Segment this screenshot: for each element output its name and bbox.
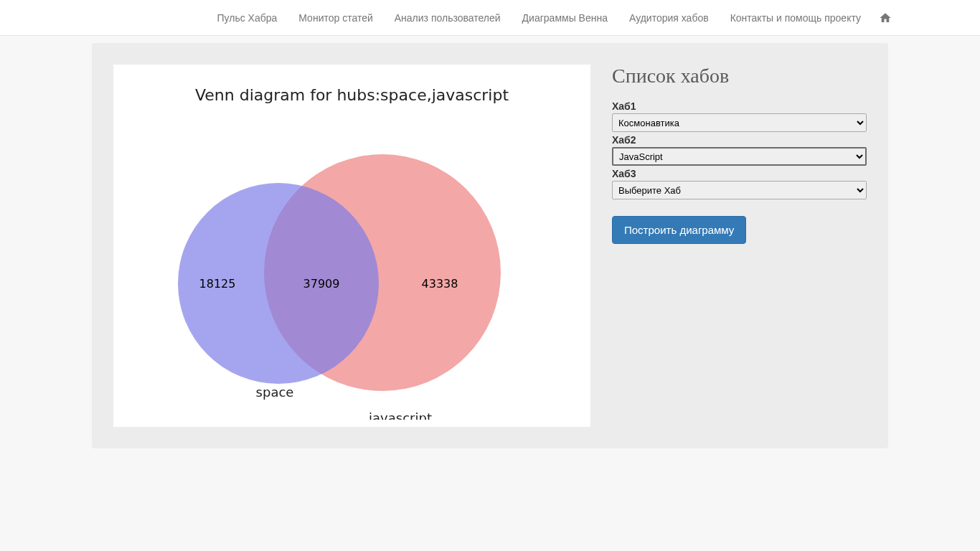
content-box: Venn diagram for hubs:space,javascript 1… (92, 43, 888, 448)
hub3-group: Хаб3 Выберите Хаб (612, 168, 867, 199)
sidebar-title: Список хабов (612, 65, 867, 88)
hub1-label: Хаб1 (612, 100, 867, 112)
venn-label-javascript: javascript (368, 410, 432, 420)
sidebar-form: Список хабов Хаб1 Космонавтика Хаб2 Java… (612, 65, 867, 244)
venn-count-javascript-only: 43338 (422, 277, 458, 291)
nav-link-venn-diagrams[interactable]: Диаграммы Венна (512, 1, 618, 34)
venn-svg: 18125 37909 43338 space javascript (113, 104, 590, 420)
hub2-label: Хаб2 (612, 134, 867, 146)
venn-count-space-only: 18125 (199, 277, 236, 291)
nav-link-user-analysis[interactable]: Анализ пользователей (384, 1, 512, 34)
hub2-group: Хаб2 JavaScript (612, 134, 867, 166)
venn-label-space: space (256, 385, 294, 400)
main-container: Venn diagram for hubs:space,javascript 1… (81, 43, 899, 448)
navbar-inner: Пульс Хабра Монитор статей Анализ пользо… (81, 1, 899, 34)
hub1-group: Хаб1 Космонавтика (612, 100, 867, 132)
nav-link-contacts[interactable]: Контакты и помощь проекту (720, 1, 872, 34)
nav-link-hub-audience[interactable]: Аудитория хабов (618, 1, 720, 34)
chart-title: Venn diagram for hubs:space,javascript (113, 65, 590, 104)
home-icon[interactable] (872, 11, 899, 24)
hub2-select[interactable]: JavaScript (612, 147, 867, 166)
venn-count-intersection: 37909 (303, 277, 340, 291)
hub3-select[interactable]: Выберите Хаб (612, 181, 867, 199)
build-diagram-button[interactable]: Построить диаграмму (612, 216, 746, 244)
nav-link-pulse[interactable]: Пульс Хабра (206, 1, 288, 34)
hub1-select[interactable]: Космонавтика (612, 113, 867, 132)
top-navbar: Пульс Хабра Монитор статей Анализ пользо… (0, 0, 980, 36)
venn-chart-panel: Venn diagram for hubs:space,javascript 1… (113, 65, 590, 427)
nav-link-articles-monitor[interactable]: Монитор статей (288, 1, 383, 34)
hub3-label: Хаб3 (612, 168, 867, 179)
